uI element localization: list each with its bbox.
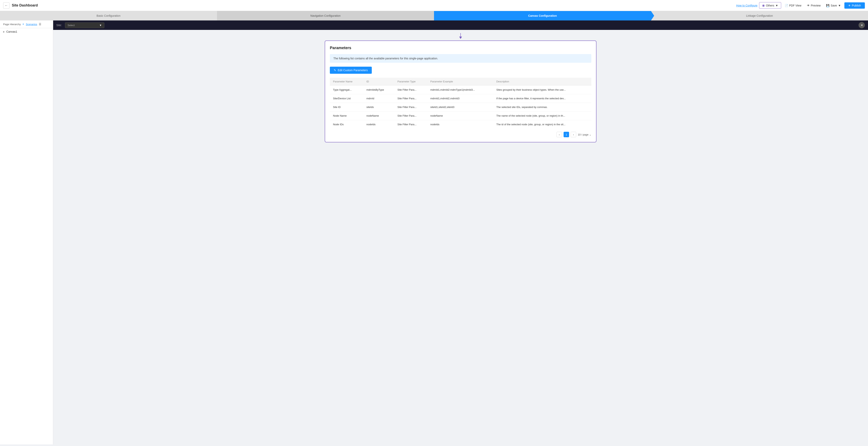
pdf-view-button[interactable]: 📄 PDF View	[783, 3, 803, 8]
list-icon: ☰	[39, 23, 41, 26]
arrow-down-indicator	[56, 33, 865, 39]
cell-id-1: mdmId	[363, 94, 395, 103]
cell-example-3: nodeName	[427, 111, 493, 120]
cell-example-0: mdmId1,mdmId2:mdmType1|mdmId3...	[427, 85, 493, 94]
save-label: Save	[831, 4, 837, 7]
col-id: ID	[363, 78, 395, 85]
cell-type-2: Site Filter Para...	[394, 103, 427, 111]
cell-type-1: Site Filter Para...	[394, 94, 427, 103]
cell-type-0: Site Filter Para...	[394, 85, 427, 94]
table-row: Type Aggregat... mdmIdsByType Site Filte…	[330, 85, 591, 94]
svg-marker-1	[459, 37, 462, 39]
cell-name-0: Type Aggregat...	[330, 85, 363, 94]
cell-example-2: siteId1,siteId2,siteId3	[427, 103, 493, 111]
tab-basic[interactable]: Basic Configuration	[0, 11, 217, 21]
shield-icon: ◉	[762, 4, 765, 7]
cell-name-1: Site/Device List	[330, 94, 363, 103]
cell-id-0: mdmIdsByType	[363, 85, 395, 94]
page-title: Site Dashboard	[12, 3, 734, 7]
tab-navigation[interactable]: Navigation Configuration	[217, 11, 434, 21]
cell-desc-0: Sites grouped by their business object t…	[493, 85, 591, 94]
cell-type-3: Site Filter Para...	[394, 111, 427, 120]
canvas1-label: Canvas1	[6, 30, 17, 33]
edit-custom-parameters-button[interactable]: ✎ Edit Custom Parameters	[330, 67, 372, 74]
cell-desc-2: The selected site IDs, separated by comm…	[493, 103, 591, 111]
table-row: Node Name nodeName Site Filter Para... n…	[330, 111, 591, 120]
publish-icon: ✈	[848, 4, 851, 7]
table-body: Type Aggregat... mdmIdsByType Site Filte…	[330, 85, 591, 129]
cell-name-4: Node IDs	[330, 120, 363, 129]
site-select[interactable]: Select ▼	[65, 23, 104, 28]
site-selector-bar: Site: Select ▼ ✕	[53, 21, 868, 30]
cell-desc-3: The name of the selected node (site, gro…	[493, 111, 591, 120]
pdf-icon: 📄	[785, 4, 788, 7]
col-param-type: Parameter Type	[394, 78, 427, 85]
header-actions: How to Configure ◉ Others ▼ 📄 PDF View 👁…	[736, 2, 865, 9]
chevron-down-icon: ▼	[99, 24, 102, 27]
table-row: Site ID siteIds Site Filter Para... site…	[330, 103, 591, 111]
sidebar: Page Hierarchy + Scenarios ☰ ▶ Canvas1	[0, 21, 53, 444]
next-page-button[interactable]: ›	[571, 132, 576, 137]
pagination: ‹ 1 › 10 / page ⌄	[330, 132, 591, 137]
parameters-table: Parameter Name ID Parameter Type Paramet…	[330, 78, 591, 129]
scenarios-link[interactable]: Scenarios	[26, 23, 37, 26]
add-icon: +	[23, 23, 24, 26]
cell-name-3: Node Name	[330, 111, 363, 120]
col-param-name: Parameter Name	[330, 78, 363, 85]
publish-button[interactable]: ✈ Publish	[844, 2, 865, 9]
chevron-right-icon: ▶	[3, 31, 5, 33]
how-to-configure-link[interactable]: How to Configure	[736, 4, 757, 7]
cell-example-1: mdmId1,mdmId2,mdmId3	[427, 94, 493, 103]
save-icon: 💾	[826, 4, 829, 7]
sidebar-item-canvas1[interactable]: ▶ Canvas1	[0, 28, 53, 35]
cell-desc-4: The id of the selected node (site, group…	[493, 120, 591, 129]
others-label: Others	[766, 4, 774, 7]
cell-id-4: nodeIds	[363, 120, 395, 129]
eye-icon: 👁	[807, 4, 810, 7]
others-button[interactable]: ◉ Others ▼	[759, 2, 781, 9]
col-param-example: Parameter Example	[427, 78, 493, 85]
table-row: Node IDs nodeIds Site Filter Para... nod…	[330, 120, 591, 129]
parameters-title: Parameters	[330, 46, 591, 50]
cell-name-2: Site ID	[330, 103, 363, 111]
parameters-panel: Parameters The following list contains a…	[325, 40, 596, 142]
pdf-view-label: PDF View	[789, 4, 801, 7]
edit-btn-label: Edit Custom Parameters	[338, 69, 368, 72]
page-hierarchy-label: Page Hierarchy	[3, 23, 21, 26]
edit-icon: ✎	[334, 69, 336, 72]
main-content-wrapper: Site: Select ▼ ✕ Parameters The followin…	[53, 21, 868, 444]
content-area: Page Hierarchy + Scenarios ☰ ▶ Canvas1 S…	[0, 21, 868, 444]
page-size-selector[interactable]: 10 / page ⌄	[578, 133, 591, 136]
header: ← Site Dashboard How to Configure ◉ Othe…	[0, 0, 868, 11]
publish-label: Publish	[852, 4, 861, 7]
cell-id-2: siteIds	[363, 103, 395, 111]
page-1-button[interactable]: 1	[564, 132, 569, 137]
cell-id-3: nodeName	[363, 111, 395, 120]
cell-example-4: nodeIds	[427, 120, 493, 129]
back-button[interactable]: ←	[3, 2, 9, 9]
close-button[interactable]: ✕	[859, 22, 865, 28]
prev-page-button[interactable]: ‹	[556, 132, 562, 137]
save-chevron-icon: ▼	[838, 4, 841, 7]
nav-tabs: Basic Configuration Navigation Configura…	[0, 11, 868, 21]
chevron-down-icon: ▼	[775, 4, 778, 7]
main-panel: Parameters The following list contains a…	[53, 30, 868, 444]
col-description: Description	[493, 78, 591, 85]
preview-label: Preview	[811, 4, 821, 7]
save-button[interactable]: 💾 Save ▼	[824, 3, 843, 8]
table-header: Parameter Name ID Parameter Type Paramet…	[330, 78, 591, 85]
site-label: Site:	[56, 24, 62, 27]
tab-canvas[interactable]: Canvas Configuration	[434, 11, 651, 21]
site-select-placeholder: Select	[67, 24, 74, 27]
table-header-row: Parameter Name ID Parameter Type Paramet…	[330, 78, 591, 85]
tab-linkage[interactable]: Linkage Configuration	[651, 11, 868, 21]
cell-type-4: Site Filter Para...	[394, 120, 427, 129]
preview-button[interactable]: 👁 Preview	[805, 3, 823, 8]
cell-desc-1: If the page has a device filter, it repr…	[493, 94, 591, 103]
table-row: Site/Device List mdmId Site Filter Para.…	[330, 94, 591, 103]
info-banner: The following list contains all the avai…	[330, 54, 591, 63]
sidebar-toolbar: Page Hierarchy + Scenarios ☰	[0, 21, 53, 28]
info-text: The following list contains all the avai…	[333, 57, 438, 60]
